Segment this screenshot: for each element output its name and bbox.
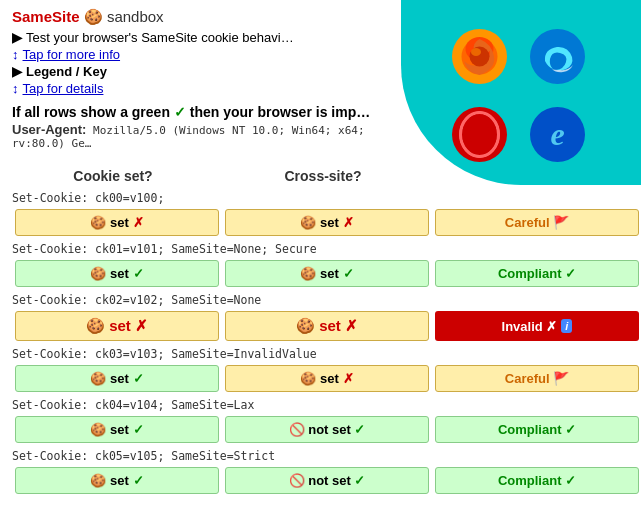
result-row-0: 🍪 set ✗ 🍪 set ✗ Careful 🚩 <box>0 208 641 237</box>
cell-2-1-text: 🍪 set ✗ <box>296 317 358 335</box>
cell-0-0-text: 🍪 set ✗ <box>90 215 143 230</box>
cell-4-1: 🚫 not set ✓ <box>225 416 429 443</box>
cell-3-1-text: 🍪 set ✗ <box>300 371 353 386</box>
edge-icon <box>525 24 590 89</box>
tap-details-link[interactable]: Tap for details <box>23 81 104 96</box>
cell-2-0: 🍪 set ✗ <box>15 311 219 341</box>
cell-3-0-text: 🍪 set ✓ <box>90 371 143 386</box>
cookie-row-4: Set-Cookie: ck04=v104; SameSite=Lax <box>0 395 641 415</box>
header: SameSite 🍪 sandbox ▶ Test your browser's… <box>0 0 400 162</box>
tap-info-row[interactable]: ↕ Tap for more info <box>12 47 388 62</box>
test-row: ▶ Test your browser's SameSite cookie be… <box>12 30 388 45</box>
cell-5-1-text: 🚫 not set ✓ <box>289 473 366 488</box>
cell-5-1: 🚫 not set ✓ <box>225 467 429 494</box>
cell-0-2: Careful 🚩 <box>435 209 639 236</box>
cell-0-1: 🍪 set ✗ <box>225 209 429 236</box>
svg-point-5 <box>530 29 585 84</box>
cell-1-0-text: 🍪 set ✓ <box>90 266 143 281</box>
cell-1-2: Compliant ✓ <box>435 260 639 287</box>
tap-details-row[interactable]: ↕ Tap for details <box>12 81 388 96</box>
cookie-row-1: Set-Cookie: ck01=v101; SameSite=None; Se… <box>0 239 641 259</box>
cell-3-1: 🍪 set ✗ <box>225 365 429 392</box>
legend-row: ▶ Legend / Key <box>12 64 388 79</box>
result-row-1: 🍪 set ✓ 🍪 set ✓ Compliant ✓ <box>0 259 641 288</box>
cell-1-0: 🍪 set ✓ <box>15 260 219 287</box>
cookie-row-5: Set-Cookie: ck05=v105; SameSite=Strict <box>0 446 641 466</box>
legend-label: Legend / Key <box>26 64 107 79</box>
result-row-4: 🍪 set ✓ 🚫 not set ✓ Compliant ✓ <box>0 415 641 444</box>
cell-5-0-text: 🍪 set ✓ <box>90 473 143 488</box>
cell-3-0: 🍪 set ✓ <box>15 365 219 392</box>
cell-4-1-text: 🚫 not set ✓ <box>289 422 366 437</box>
col-header-cookie: Cookie set? <box>8 168 218 184</box>
cell-5-0: 🍪 set ✓ <box>15 467 219 494</box>
cookie-row-3: Set-Cookie: ck03=v103; SameSite=InvalidV… <box>0 344 641 364</box>
arrow-right-icon-2: ▶ <box>12 64 22 79</box>
useragent-label: User-Agent: <box>12 122 86 137</box>
cell-2-0-text: 🍪 set ✗ <box>86 317 148 335</box>
browser-icons-container: e <box>401 0 641 185</box>
title-samesite: SameSite 🍪 <box>12 8 103 25</box>
cell-1-2-text: Compliant ✓ <box>498 266 576 281</box>
cell-4-0-text: 🍪 set ✓ <box>90 422 143 437</box>
cell-0-2-text: Careful 🚩 <box>505 215 569 230</box>
cell-5-2-text: Compliant ✓ <box>498 473 576 488</box>
svg-text:e: e <box>550 116 564 152</box>
tap-more-info-link[interactable]: Tap for more info <box>23 47 121 62</box>
cell-1-1: 🍪 set ✓ <box>225 260 429 287</box>
cell-1-1-text: 🍪 set ✓ <box>300 266 353 281</box>
cell-0-1-text: 🍪 set ✗ <box>300 215 353 230</box>
cell-4-0: 🍪 set ✓ <box>15 416 219 443</box>
result-row-2: 🍪 set ✗ 🍪 set ✗ Invalid ✗ i <box>0 310 641 342</box>
cell-4-2-text: Compliant ✓ <box>498 422 576 437</box>
cell-2-2-text: Invalid ✗ <box>502 319 558 334</box>
cell-4-2: Compliant ✓ <box>435 416 639 443</box>
cookie-row-2: Set-Cookie: ck02=v102; SameSite=None <box>0 290 641 310</box>
col-header-crosssite: Cross-site? <box>218 168 428 184</box>
useragent-row: User-Agent: Mozilla/5.0 (Windows NT 10.0… <box>12 122 388 150</box>
result-row-5: 🍪 set ✓ 🚫 not set ✓ Compliant ✓ <box>0 466 641 495</box>
cell-2-2: Invalid ✗ i <box>435 311 639 341</box>
svg-point-4 <box>471 48 481 56</box>
updown-icon-1: ↕ <box>12 47 19 62</box>
arrow-right-icon: ▶ <box>12 30 22 45</box>
opera-icon <box>447 102 512 167</box>
title-sandbox: sandbox <box>103 8 164 25</box>
cell-5-2: Compliant ✓ <box>435 467 639 494</box>
page-title: SameSite 🍪 sandbox <box>12 8 388 26</box>
test-label: Test your browser's SameSite cookie beha… <box>26 30 294 45</box>
cell-2-1: 🍪 set ✗ <box>225 311 429 341</box>
data-table: Set-Cookie: ck00=v100; 🍪 set ✗ 🍪 set ✗ C… <box>0 188 641 495</box>
cell-3-2-text: Careful 🚩 <box>505 371 569 386</box>
cookie-row-0: Set-Cookie: ck00=v100; <box>0 188 641 208</box>
main-headline: If all rows show a green ✓ then your bro… <box>12 104 388 120</box>
cell-0-0: 🍪 set ✗ <box>15 209 219 236</box>
result-row-3: 🍪 set ✓ 🍪 set ✗ Careful 🚩 <box>0 364 641 393</box>
updown-icon-2: ↕ <box>12 81 19 96</box>
cell-3-2: Careful 🚩 <box>435 365 639 392</box>
svg-point-9 <box>471 112 489 156</box>
firefox-icon <box>447 24 512 89</box>
ie-edge-icon: e <box>525 102 590 167</box>
info-icon[interactable]: i <box>561 319 572 333</box>
